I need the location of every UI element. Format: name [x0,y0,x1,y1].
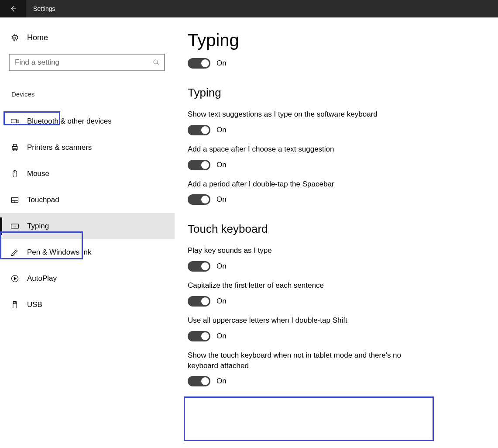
home-label: Home [27,33,48,42]
sidebar-item-label: AutoPlay [27,274,57,283]
back-button[interactable] [0,0,26,17]
toggle-state: On [216,161,227,169]
search-box[interactable] [9,54,165,71]
sidebar: Home Devices Bluetooth & other devices P… [0,17,175,448]
setting-label: Add a space after I choose a text sugges… [188,144,432,155]
sidebar-item-label: Printers & scanners [27,143,92,152]
section-title-typing: Typing [188,86,481,100]
toggle-switch[interactable] [188,261,210,272]
toggle-state: On [216,126,227,134]
svg-rect-5 [12,147,17,150]
devices-icon [10,117,19,126]
setting-uppercase-shift: Use all uppercase letters when I double-… [188,315,481,341]
sidebar-item-label: Touchpad [27,196,59,204]
toggle-state: On [216,262,227,271]
toggle-state: On [216,297,227,306]
toggle-switch[interactable] [188,125,210,135]
touchpad-icon [10,196,19,204]
setting-label: Play key sounds as I type [188,245,432,256]
toggle-switch[interactable] [188,194,210,205]
setting-top-toggle: On [188,58,481,69]
sidebar-item-label: Mouse [27,169,49,178]
svg-rect-21 [13,304,17,308]
svg-rect-4 [17,120,19,123]
section-title-touch-keyboard: Touch keyboard [188,222,481,236]
setting-label: Capitalize the first letter of each sent… [188,280,432,291]
toggle-state: On [216,332,227,341]
svg-rect-7 [14,149,17,151]
setting-label: Use all uppercase letters when I double-… [188,315,432,326]
autoplay-icon [10,274,19,283]
search-icon [153,59,160,66]
setting-add-period: Add a period after I double-tap the Spac… [188,179,481,205]
sidebar-item-mouse[interactable]: Mouse [0,161,175,187]
nav-list: Bluetooth & other devices Printers & sca… [0,108,175,318]
sidebar-item-touchpad[interactable]: Touchpad [0,187,175,213]
setting-label: Show the touch keyboard when not in tabl… [188,350,432,371]
home-button[interactable]: Home [9,31,175,45]
setting-show-touch-keyboard: Show the touch keyboard when not in tabl… [188,350,481,387]
usb-icon [10,300,19,309]
toggle-switch[interactable] [188,58,210,69]
pen-icon [10,248,19,257]
page-title: Typing [188,31,481,50]
setting-text-suggestions: Show text suggestions as I type on the s… [188,109,481,135]
sidebar-item-autoplay[interactable]: AutoPlay [0,265,175,292]
sidebar-item-bluetooth[interactable]: Bluetooth & other devices [0,108,175,134]
setting-capitalize: Capitalize the first letter of each sent… [188,280,481,307]
toggle-switch[interactable] [188,160,210,170]
toggle-state: On [216,59,227,68]
sidebar-item-pen[interactable]: Pen & Windows Ink [0,239,175,265]
sidebar-item-label: Pen & Windows Ink [27,248,91,257]
toggle-state: On [216,195,227,204]
toggle-switch[interactable] [188,376,210,386]
gear-icon [10,34,19,42]
search-input[interactable] [15,58,153,67]
titlebar: Settings [0,0,498,17]
main-panel: Typing On Typing Show text suggestions a… [175,17,498,448]
sidebar-item-typing[interactable]: Typing [0,213,175,239]
window-title: Settings [33,5,55,12]
sidebar-item-usb[interactable]: USB [0,292,175,318]
svg-rect-6 [14,145,17,147]
svg-rect-20 [14,302,17,304]
toggle-switch[interactable] [188,296,210,307]
svg-rect-13 [11,224,19,228]
content-area: Home Devices Bluetooth & other devices P… [0,17,498,448]
sidebar-item-label: USB [27,300,42,309]
setting-key-sounds: Play key sounds as I type On [188,245,481,272]
toggle-switch[interactable] [188,331,210,341]
keyboard-icon [10,222,19,231]
toggle-state: On [216,377,227,386]
setting-add-space: Add a space after I choose a text sugges… [188,144,481,170]
setting-label: Show text suggestions as I type on the s… [188,109,432,120]
arrow-left-icon [9,5,17,13]
printer-icon [10,143,19,152]
svg-point-0 [14,37,16,39]
sidebar-item-label: Typing [27,222,49,231]
sidebar-item-printers[interactable]: Printers & scanners [0,134,175,161]
svg-line-2 [157,63,159,65]
sidebar-item-label: Bluetooth & other devices [27,117,112,126]
mouse-icon [10,169,19,178]
category-label: Devices [9,89,37,100]
svg-rect-3 [11,119,17,123]
setting-label: Add a period after I double-tap the Spac… [188,179,432,190]
svg-point-1 [154,60,158,64]
